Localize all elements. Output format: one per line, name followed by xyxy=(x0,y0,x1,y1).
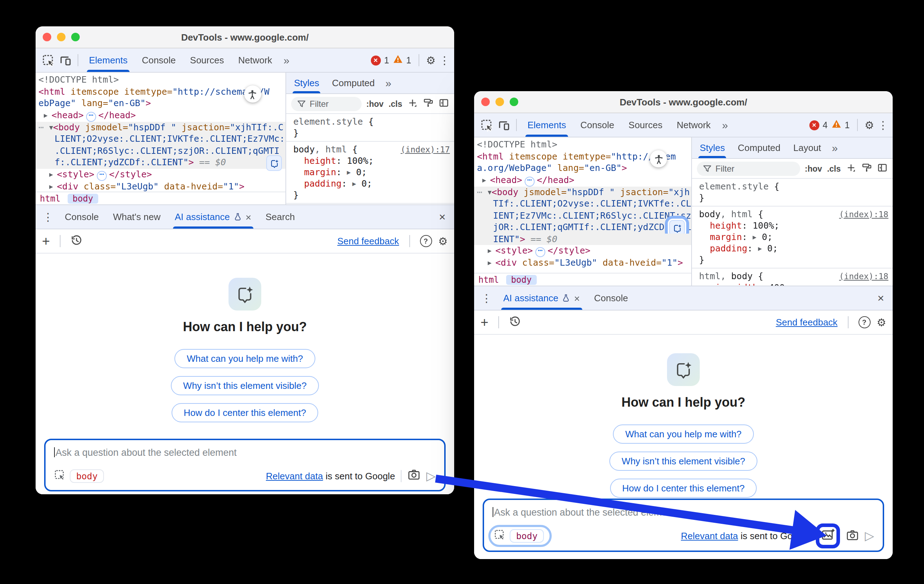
code-line[interactable]: jOR:.CLIENT;qGMTIf:.CLIENT;ydZCDf:.CL xyxy=(474,222,691,233)
code-line[interactable]: html, body {(index):18 xyxy=(696,271,888,282)
minimize-window-button[interactable] xyxy=(495,98,504,106)
breadcrumb-item-body[interactable]: body xyxy=(506,275,537,285)
style-rule[interactable]: html, body { xyxy=(286,203,454,204)
styles-filter-input[interactable]: Filter xyxy=(291,96,361,111)
code-line[interactable]: ▶ <div class="L3eUgb" data-hveid="1"> xyxy=(36,180,285,192)
suggestion-pill[interactable]: How do I center this element? xyxy=(172,403,318,422)
relevant-data-link[interactable]: Relevant data xyxy=(266,470,323,481)
code-line[interactable]: <!DOCTYPE html> xyxy=(474,139,691,151)
close-window-button[interactable] xyxy=(481,98,490,106)
code-line[interactable]: padding: ▶ 0; xyxy=(696,243,888,254)
close-drawer-icon[interactable]: × xyxy=(872,292,890,304)
tab-console[interactable]: Console xyxy=(573,113,621,137)
stylesheet-source-link[interactable]: (index):18 xyxy=(839,271,889,282)
minimize-window-button[interactable] xyxy=(57,33,66,41)
style-rule[interactable]: html, body {(index):18 min-width: 400px; xyxy=(692,268,893,286)
toggle-hover-state[interactable]: :hov xyxy=(805,164,822,173)
device-toolbar-icon[interactable] xyxy=(495,116,513,134)
suggestion-pill[interactable]: Why isn’t this element visible? xyxy=(171,376,319,395)
collapsed-children-badge[interactable]: ⋯ xyxy=(535,247,545,257)
code-line[interactable]: padding: ▶ 0; xyxy=(290,178,450,189)
window-titlebar[interactable]: DevTools - www.google.com/ xyxy=(474,91,893,113)
code-line[interactable]: margin: ▶ 0; xyxy=(290,167,450,178)
ai-prompt-input[interactable]: Ask a question about the selected elemen… xyxy=(44,439,446,491)
tab-ai-assistance[interactable]: AI assistance× xyxy=(496,286,587,310)
tab-console[interactable]: Console xyxy=(135,48,183,72)
settings-gear-icon[interactable]: ⚙ xyxy=(865,120,874,130)
close-tab-icon[interactable]: × xyxy=(246,211,251,223)
breadcrumb-item-body[interactable]: body xyxy=(68,194,98,203)
send-prompt-icon[interactable]: ▷ xyxy=(865,530,874,542)
collapsed-children-badge[interactable]: ⋯ xyxy=(86,111,96,121)
code-line[interactable]: IENT;Ez7VMc:.CLIENT;R6Slyc:.CLIENT;sz xyxy=(474,210,691,222)
code-line[interactable]: margin: ▶ 0; xyxy=(696,232,888,243)
tab-search[interactable]: Search xyxy=(258,205,302,228)
code-line[interactable]: ⋯ ▼<body jsmodel="hspDDf " jsaction="xjh… xyxy=(36,121,285,133)
close-window-button[interactable] xyxy=(43,33,51,41)
inspect-icon[interactable] xyxy=(478,116,495,134)
kebab-menu-icon[interactable]: ⋮ xyxy=(439,55,450,66)
sidebar-toggle-icon[interactable] xyxy=(877,162,888,175)
tab-styles[interactable]: Styles xyxy=(287,73,326,93)
code-line[interactable]: <html itemscope itemtype="http://em xyxy=(474,151,691,162)
ai-settings-gear-icon[interactable]: ⚙ xyxy=(877,317,886,328)
send-prompt-icon[interactable]: ▷ xyxy=(426,470,436,482)
breadcrumb-item-html[interactable]: html xyxy=(40,194,61,203)
tab-computed[interactable]: Computed xyxy=(731,137,787,158)
prompt-placeholder-row[interactable]: Ask a question about the selected elemen… xyxy=(54,447,436,458)
new-chat-icon[interactable]: + xyxy=(42,234,50,248)
stylesheet-source-link[interactable]: (index):17 xyxy=(401,144,450,155)
window-titlebar[interactable]: DevTools - www.google.com/ xyxy=(36,26,454,48)
more-panels-icon[interactable]: » xyxy=(279,54,294,66)
ai-settings-gear-icon[interactable]: ⚙ xyxy=(438,236,448,247)
code-line[interactable]: height: 100%; xyxy=(290,155,450,167)
tab-network[interactable]: Network xyxy=(231,48,279,72)
code-line[interactable]: min-width: 400px; xyxy=(696,282,888,286)
tab-styles[interactable]: Styles xyxy=(693,137,731,158)
close-drawer-icon[interactable]: × xyxy=(433,210,451,223)
code-line[interactable]: height: 100%; xyxy=(696,220,888,232)
code-line[interactable]: } xyxy=(290,189,450,201)
collapsed-children-badge[interactable]: ⋯ xyxy=(96,170,107,180)
tab-network[interactable]: Network xyxy=(670,113,718,137)
screenshot-camera-icon[interactable] xyxy=(846,528,859,544)
code-line[interactable]: ▶ <head>⋯</head> xyxy=(474,174,691,186)
more-style-tabs-icon[interactable]: » xyxy=(828,142,842,154)
zoom-window-button[interactable] xyxy=(510,98,518,106)
more-style-tabs-icon[interactable]: » xyxy=(381,77,396,89)
tab-sources[interactable]: Sources xyxy=(622,113,670,137)
selected-element-chip[interactable]: body xyxy=(510,529,544,543)
code-line[interactable]: ▶ <head>⋯</head> xyxy=(36,109,285,121)
code-line[interactable]: element.style { xyxy=(696,181,888,192)
send-feedback-link[interactable]: Send feedback xyxy=(776,317,838,328)
suggestion-pill[interactable]: What can you help me with? xyxy=(175,349,315,368)
code-line[interactable]: LIENT;O2vyse:.CLIENT;IVKTfe:.CLIENT;Ez7V… xyxy=(36,133,285,145)
more-panels-icon[interactable]: » xyxy=(718,119,733,131)
code-line[interactable]: TIf:.CLIENT;O2vyse:.CLIENT;IVKTfe:.CL xyxy=(474,198,691,210)
kebab-menu-icon[interactable]: ⋮ xyxy=(878,120,888,130)
settings-gear-icon[interactable]: ⚙ xyxy=(426,55,436,66)
send-feedback-link[interactable]: Send feedback xyxy=(337,236,399,247)
drawer-kebab-menu-icon[interactable]: ⋮ xyxy=(477,293,496,303)
add-image-icon[interactable] xyxy=(821,528,835,544)
paint-roller-icon[interactable] xyxy=(861,162,872,175)
tab-elements[interactable]: Elements xyxy=(520,113,573,137)
code-line[interactable]: <!DOCTYPE html> xyxy=(36,74,285,86)
collapsed-children-badge[interactable]: ⋯ xyxy=(524,176,535,186)
help-icon[interactable]: ? xyxy=(858,316,870,328)
error-icon[interactable]: × xyxy=(371,55,381,65)
new-chat-icon[interactable]: + xyxy=(480,316,488,329)
ai-prompt-input[interactable]: Ask a question about the selected elemen… xyxy=(483,498,884,552)
paint-roller-icon[interactable] xyxy=(423,97,434,110)
warning-icon[interactable] xyxy=(831,119,841,131)
tab-ai-assistance[interactable]: AI assistance× xyxy=(168,205,258,228)
selected-element-chip[interactable]: body xyxy=(70,469,104,483)
relevant-data-link[interactable]: Relevant data xyxy=(681,531,738,541)
toggle-class[interactable]: .cls xyxy=(827,164,841,173)
history-icon[interactable] xyxy=(509,315,521,329)
code-line[interactable]: f:.CLIENT;ydZCDf:.CLIENT"> == $0 xyxy=(36,157,285,169)
code-line[interactable]: ⋯ ▼<body jsmodel="hspDDf " jsaction="xjh xyxy=(474,186,691,198)
code-line[interactable]: body, html {(index):17 xyxy=(290,144,450,155)
warning-count[interactable]: 1 xyxy=(845,120,850,130)
code-line[interactable]: } xyxy=(290,127,450,139)
